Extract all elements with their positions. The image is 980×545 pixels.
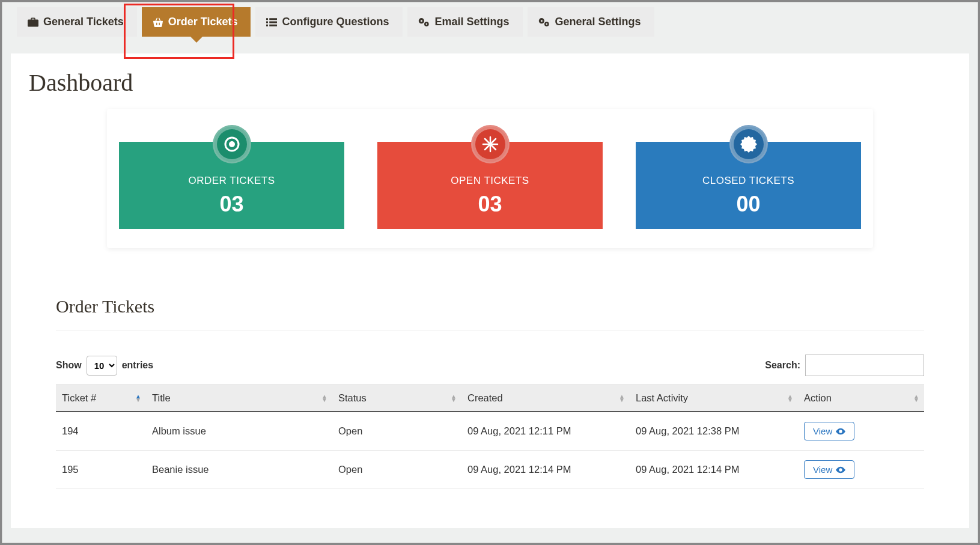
search-input[interactable]: [805, 355, 924, 376]
tab-label: General Settings: [555, 16, 641, 28]
view-button[interactable]: View: [804, 422, 854, 440]
cell-title: Album issue: [146, 412, 332, 451]
basket-icon: [153, 17, 163, 27]
sort-icon: ▲▼: [321, 395, 327, 402]
page-title: Dashboard: [29, 69, 951, 97]
cell-created: 09 Aug, 2021 12:11 PM: [461, 412, 630, 451]
svg-rect-3: [270, 21, 278, 23]
svg-point-11: [540, 20, 542, 22]
tab-order-tickets[interactable]: Order Tickets: [142, 7, 251, 37]
cell-last-activity: 09 Aug, 2021 12:38 PM: [630, 412, 798, 451]
col-created[interactable]: Created ▲▼: [461, 385, 630, 412]
svg-point-7: [420, 20, 422, 22]
svg-point-9: [425, 23, 427, 24]
tab-label: Email Settings: [435, 16, 510, 28]
section-title: Order Tickets: [56, 296, 924, 330]
list-icon: [266, 17, 277, 27]
tab-bar: General Tickets Order Tickets Configure …: [17, 7, 969, 37]
show-label: Show: [56, 360, 82, 371]
eye-icon: [836, 466, 845, 473]
view-button[interactable]: View: [804, 460, 854, 479]
stat-card-closed[interactable]: CLOSED TICKETS 00: [636, 142, 861, 229]
col-ticket[interactable]: Ticket # ▲▼: [56, 385, 146, 412]
table-row: 194 Album issue Open 09 Aug, 2021 12:11 …: [56, 412, 924, 451]
tab-general-tickets[interactable]: General Tickets: [17, 7, 137, 37]
tab-label: Configure Questions: [282, 16, 389, 28]
cell-last-activity: 09 Aug, 2021 12:14 PM: [630, 451, 798, 489]
tab-label: General Tickets: [43, 16, 124, 28]
tab-email-settings[interactable]: Email Settings: [407, 7, 523, 37]
table-row: 195 Beanie issue Open 09 Aug, 2021 12:14…: [56, 451, 924, 489]
svg-point-15: [229, 141, 235, 147]
col-status[interactable]: Status ▲▼: [332, 385, 461, 412]
entries-label: entries: [122, 360, 153, 371]
tickets-table: Ticket # ▲▼ Title ▲▼ Status ▲▼: [56, 385, 924, 489]
gears-icon: [418, 17, 430, 27]
main-panel: Dashboard ORDER TICKETS 03 OPEN TICKETS …: [11, 53, 969, 528]
tab-configure-questions[interactable]: Configure Questions: [255, 7, 402, 37]
cell-created: 09 Aug, 2021 12:14 PM: [461, 451, 630, 489]
col-action[interactable]: Action ▲▼: [798, 385, 924, 412]
stat-card-order[interactable]: ORDER TICKETS 03: [119, 142, 344, 229]
svg-point-13: [546, 23, 547, 24]
table-controls: Show 10 entries Search:: [56, 355, 924, 376]
svg-rect-1: [270, 18, 278, 20]
gears-icon: [538, 17, 550, 27]
col-title[interactable]: Title ▲▼: [146, 385, 332, 412]
briefcase-icon: [28, 17, 38, 27]
target-icon: [213, 125, 251, 163]
sort-icon: ▲▼: [787, 395, 793, 402]
cell-ticket: 194: [56, 412, 146, 451]
stat-label: CLOSED TICKETS: [642, 175, 855, 187]
stat-value: 03: [125, 192, 338, 217]
search-label: Search:: [765, 360, 800, 371]
cell-status: Open: [332, 412, 461, 451]
stat-label: ORDER TICKETS: [125, 175, 338, 187]
cell-ticket: 195: [56, 451, 146, 489]
order-tickets-section: Order Tickets Show 10 entries Search:: [29, 296, 951, 489]
col-last-activity[interactable]: Last Activity ▲▼: [630, 385, 798, 412]
cell-status: Open: [332, 451, 461, 489]
sort-icon: ▲▼: [619, 395, 625, 402]
sort-icon: ▲▼: [135, 395, 141, 402]
seal-icon: [729, 125, 768, 163]
tab-general-settings[interactable]: General Settings: [528, 7, 654, 37]
svg-rect-0: [266, 18, 268, 20]
snowflake-icon: [471, 125, 510, 163]
svg-rect-4: [266, 24, 268, 26]
sort-icon: ▲▼: [451, 395, 457, 402]
stat-cards: ORDER TICKETS 03 OPEN TICKETS 03 CLOSED …: [107, 109, 873, 248]
eye-icon: [836, 428, 845, 435]
sort-icon: ▲▼: [913, 395, 919, 402]
stat-label: OPEN TICKETS: [383, 175, 597, 187]
stat-value: 03: [383, 192, 597, 217]
tab-label: Order Tickets: [168, 16, 238, 28]
stat-value: 00: [642, 192, 855, 217]
cell-title: Beanie issue: [146, 451, 332, 489]
svg-rect-5: [270, 24, 278, 26]
svg-rect-2: [266, 21, 268, 23]
stat-card-open[interactable]: OPEN TICKETS 03: [377, 142, 603, 229]
page-size-select[interactable]: 10: [87, 356, 117, 376]
